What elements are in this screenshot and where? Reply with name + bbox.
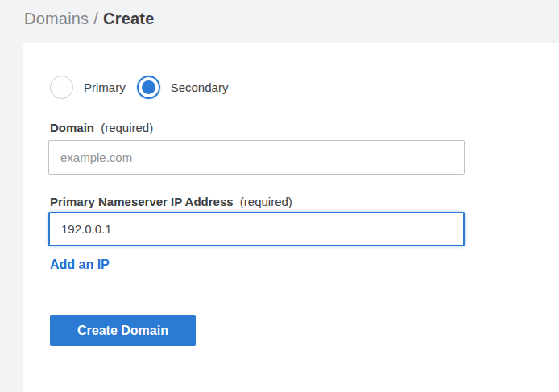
- radio-selected-dot: [142, 80, 155, 94]
- nameserver-field-label: Primary Nameserver IP Address (required): [50, 195, 292, 208]
- domains-create-page: Domains/Create Primary Secondary Domain …: [0, 0, 559, 392]
- text-caret: [114, 221, 114, 237]
- domain-input[interactable]: [48, 140, 465, 175]
- domain-input-wrap: [48, 140, 465, 175]
- nameserver-label-text: Primary Nameserver IP Address: [50, 195, 234, 208]
- domain-label-text: Domain: [50, 121, 94, 134]
- nameserver-ip-input[interactable]: [48, 212, 465, 246]
- add-ip-link[interactable]: Add an IP: [50, 258, 110, 272]
- nameserver-input-wrap: [48, 212, 465, 246]
- breadcrumb-separator: /: [93, 10, 98, 27]
- radio-secondary-label: Secondary: [171, 80, 229, 94]
- breadcrumb-current: Create: [103, 10, 154, 27]
- breadcrumb: Domains/Create: [24, 10, 155, 28]
- radio-primary-circle[interactable]: [50, 76, 73, 99]
- radio-option-primary[interactable]: Primary: [50, 76, 126, 99]
- create-domain-button[interactable]: Create Domain: [50, 315, 196, 346]
- create-domain-form-panel: Primary Secondary Domain (required) Prim…: [23, 43, 559, 392]
- radio-secondary-circle[interactable]: [137, 76, 160, 99]
- radio-option-secondary[interactable]: Secondary: [137, 76, 229, 99]
- radio-primary-label: Primary: [84, 80, 126, 94]
- domain-required-hint: (required): [101, 121, 153, 134]
- domain-field-label: Domain (required): [50, 121, 153, 134]
- nameserver-required-hint: (required): [240, 195, 292, 208]
- domain-type-radio-group: Primary Secondary: [50, 76, 228, 99]
- breadcrumb-section[interactable]: Domains: [24, 10, 89, 27]
